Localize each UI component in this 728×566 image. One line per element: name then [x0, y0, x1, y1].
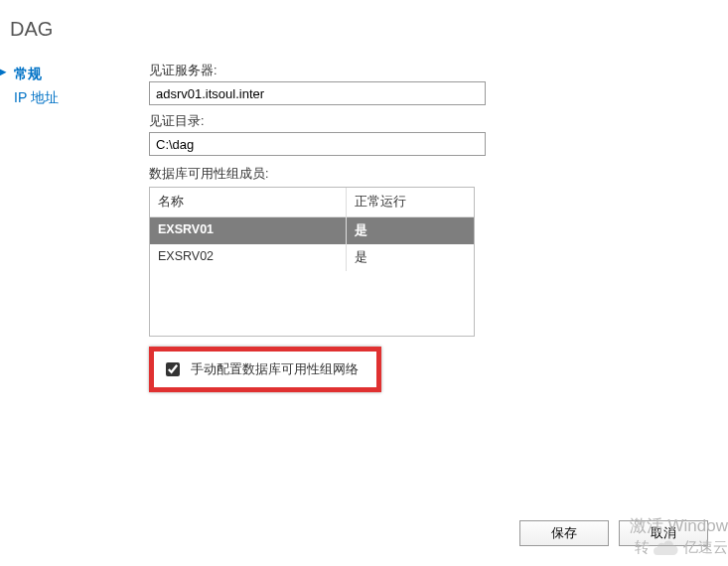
cell-status: 是 — [347, 217, 474, 244]
manual-config-checkbox-wrap[interactable]: 手动配置数据库可用性组网络 — [162, 359, 368, 379]
column-header-status[interactable]: 正常运行 — [347, 188, 474, 216]
save-button[interactable]: 保存 — [519, 520, 609, 546]
manual-config-checkbox[interactable] — [166, 362, 180, 376]
witness-server-input[interactable] — [149, 81, 486, 105]
sidebar-item-general[interactable]: 常规 — [8, 63, 149, 86]
sidebar-item-ip-address[interactable]: IP 地址 — [8, 86, 149, 110]
cell-name: EXSRV02 — [150, 244, 347, 271]
table-body[interactable]: EXSRV01 是 EXSRV02 是 — [150, 216, 474, 336]
cell-name: EXSRV01 — [150, 217, 347, 244]
cell-status: 是 — [347, 244, 474, 271]
table-header: 名称 正常运行 — [150, 188, 474, 216]
manual-config-label: 手动配置数据库可用性组网络 — [191, 361, 359, 378]
witness-server-label: 见证服务器: — [149, 63, 708, 79]
main-panel: 见证服务器: 见证目录: 数据库可用性组成员: 名称 正常运行 EXSRV01 … — [149, 63, 728, 392]
page-title: DAG — [0, 0, 728, 41]
column-header-name[interactable]: 名称 — [150, 188, 347, 216]
witness-directory-input[interactable] — [149, 132, 486, 156]
footer-buttons: 保存 取消 — [519, 520, 708, 546]
witness-directory-label: 见证目录: — [149, 113, 708, 130]
table-row[interactable]: EXSRV01 是 — [150, 217, 474, 244]
sidebar: 常规 IP 地址 — [0, 63, 149, 392]
members-table: 名称 正常运行 EXSRV01 是 EXSRV02 是 — [149, 187, 475, 337]
cancel-button[interactable]: 取消 — [619, 520, 708, 546]
table-row[interactable]: EXSRV02 是 — [150, 244, 474, 271]
highlight-box: 手动配置数据库可用性组网络 — [149, 347, 381, 392]
members-label: 数据库可用性组成员: — [149, 166, 708, 183]
